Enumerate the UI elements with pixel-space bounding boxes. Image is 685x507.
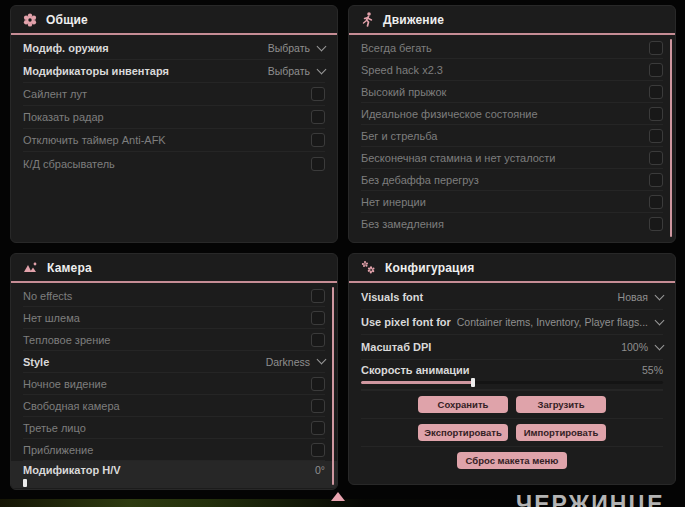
row-animation-speed: Скорость анимации 55% <box>361 360 663 390</box>
panel-config-header: Конфигурация <box>349 254 675 281</box>
row-label: Скорость анимации <box>361 364 470 376</box>
hv-value: 0° <box>315 464 325 476</box>
checkbox[interactable] <box>311 399 325 413</box>
row-dpi-scale: Масштаб DPI 100% <box>361 335 663 360</box>
panel-general-header: Общие <box>11 6 337 33</box>
game-ground-strip <box>0 499 520 507</box>
runner-icon <box>361 12 374 27</box>
row-label: Свободная камера <box>23 400 120 412</box>
checkbox[interactable] <box>311 421 325 435</box>
reset-menu-layout-button[interactable]: Сброс макета меню <box>457 452 567 469</box>
row-show-radar: Показать радар <box>23 106 325 129</box>
import-button[interactable]: Импортировать <box>516 424 606 441</box>
export-button[interactable]: Экспортировать <box>418 424 508 441</box>
row-label: Ночное видение <box>23 378 107 390</box>
checkbox[interactable] <box>649 129 663 143</box>
gears-icon <box>361 260 376 275</box>
checkbox[interactable] <box>649 107 663 121</box>
checkbox[interactable] <box>649 41 663 55</box>
weapon-mod-dropdown[interactable]: Выбрать <box>268 42 325 54</box>
row-label: Отключить таймер Anti-AFK <box>23 134 166 146</box>
dropdown-value: Выбрать <box>268 42 310 54</box>
row-zoom: Приближение <box>23 439 325 461</box>
row-label: Тепловое зрение <box>23 334 110 346</box>
chevron-down-icon <box>655 290 665 300</box>
row-label: Третье лицо <box>23 422 86 434</box>
panel-camera: Камера No effects Нет шлема Тепловое зре… <box>10 253 338 490</box>
row-label: Visuals font <box>361 291 423 303</box>
checkbox[interactable] <box>311 311 325 325</box>
scrollbar[interactable] <box>670 39 672 237</box>
checkbox[interactable] <box>311 110 325 124</box>
checkbox[interactable] <box>311 333 325 347</box>
row-thermal-vision: Тепловое зрение <box>23 329 325 351</box>
visuals-font-dropdown[interactable]: Новая <box>618 291 663 303</box>
cursor-icon <box>331 492 345 501</box>
panel-camera-header: Камера <box>11 254 337 281</box>
row-no-helmet: Нет шлема <box>23 307 325 329</box>
row-label: Модификаторы инвентаря <box>23 65 169 77</box>
row-label: Style <box>23 356 49 368</box>
row-free-camera: Свободная камера <box>23 395 325 417</box>
button-row-2: Экспортировать Импортировать <box>361 418 663 446</box>
load-button[interactable]: Загрузить <box>516 396 606 413</box>
checkbox[interactable] <box>311 87 325 101</box>
style-dropdown[interactable]: Darkness <box>266 356 325 368</box>
checkbox[interactable] <box>311 443 325 457</box>
animation-speed-slider[interactable] <box>361 381 663 384</box>
dropdown-value: Darkness <box>266 356 310 368</box>
scrollbar[interactable] <box>332 287 334 485</box>
checkbox[interactable] <box>649 217 663 231</box>
row-inventory-mods: Модификаторы инвентаря Выбрать <box>23 60 325 83</box>
row-night-vision: Ночное видение <box>23 373 325 395</box>
row-speed-hack: Speed hack x2.3 <box>361 59 663 81</box>
dpi-scale-dropdown[interactable]: 100% <box>621 341 663 353</box>
panel-title: Общие <box>46 13 88 27</box>
checkbox[interactable] <box>649 173 663 187</box>
row-no-overload-debuff: Без дебаффа перегруз <box>361 169 663 191</box>
row-pixel-font: Use pixel font for Container items, Inve… <box>361 310 663 335</box>
panel-title: Движение <box>383 13 444 27</box>
row-label: Модиф. оружия <box>23 42 109 54</box>
checkbox[interactable] <box>649 195 663 209</box>
button-row-3: Сброс макета меню <box>361 446 663 474</box>
flower-gear-icon <box>23 13 37 27</box>
save-button[interactable]: Сохранить <box>418 396 508 413</box>
inventory-mods-dropdown[interactable]: Выбрать <box>268 65 325 77</box>
pixel-font-dropdown[interactable]: Container items, Inventory, Player flags… <box>457 316 663 328</box>
checkbox[interactable] <box>311 377 325 391</box>
row-disable-antiafk: Отключить таймер Anti-AFK <box>23 129 325 152</box>
row-style: Style Darkness <box>23 351 325 373</box>
panel-title: Конфигурация <box>385 261 474 275</box>
panel-movement-header: Движение <box>349 6 675 33</box>
row-cd-reset: К/Д сбрасыватель <box>23 152 325 175</box>
row-label: Показать радар <box>23 111 104 123</box>
dropdown-value: Новая <box>618 291 648 303</box>
row-no-effects: No effects <box>23 285 325 307</box>
row-label: Сайлент лут <box>23 88 87 100</box>
row-high-jump: Высокий прыжок <box>361 81 663 103</box>
checkbox[interactable] <box>311 289 325 303</box>
dropdown-value: Выбрать <box>268 65 310 77</box>
chevron-down-icon <box>317 64 327 74</box>
row-label: Идеальное физическое состояние <box>361 108 538 120</box>
checkbox[interactable] <box>649 85 663 99</box>
row-visuals-font: Visuals font Новая <box>361 285 663 310</box>
animation-speed-value: 55% <box>642 364 663 376</box>
checkbox[interactable] <box>311 133 325 147</box>
slider-handle[interactable] <box>471 378 475 387</box>
row-third-person: Третье лицо <box>23 417 325 439</box>
panel-general: Общие Модиф. оружия Выбрать Модификаторы… <box>10 5 338 243</box>
row-infinite-stamina: Бесконечная стамина и нет усталости <box>361 147 663 169</box>
row-always-run: Всегда бегать <box>361 37 663 59</box>
checkbox[interactable] <box>649 151 663 165</box>
checkbox[interactable] <box>649 63 663 77</box>
row-label: Нет шлема <box>23 312 80 324</box>
chevron-down-icon <box>317 355 327 365</box>
row-label: Нет инерции <box>361 196 426 208</box>
hv-slider-handle[interactable] <box>23 479 27 487</box>
checkbox[interactable] <box>311 157 325 171</box>
panel-movement: Движение Всегда бегать Speed hack x2.3 В… <box>348 5 676 243</box>
button-row-1: Сохранить Загрузить <box>361 390 663 418</box>
row-label: Use pixel font for <box>361 316 451 328</box>
